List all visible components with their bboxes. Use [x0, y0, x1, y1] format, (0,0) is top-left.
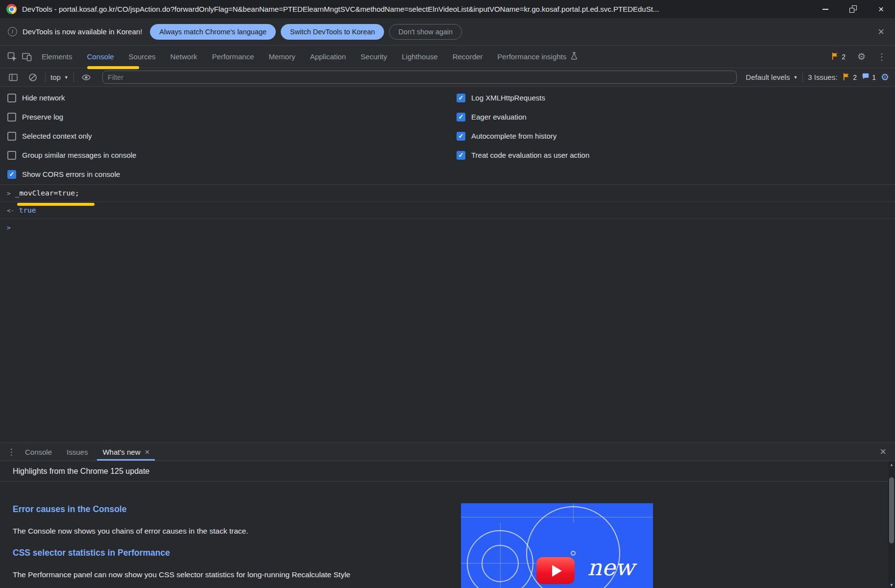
play-icon: [552, 565, 562, 577]
checkbox-selected-context-only[interactable]: ✓ Selected context only: [7, 126, 895, 146]
settings-gear-icon[interactable]: ⚙: [857, 52, 866, 61]
more-options-icon[interactable]: ⋮: [877, 52, 886, 61]
console-settings-panel: ✓ Hide network ✓ Preserve log ✓ Selected…: [0, 87, 895, 185]
prompt-chevron-icon: >: [7, 224, 11, 231]
tab-elements[interactable]: Elements: [34, 46, 80, 68]
tab-performance[interactable]: Performance: [205, 46, 262, 68]
main-tabbar: Elements Console Sources Network Perform…: [0, 46, 895, 68]
checkbox: ✓: [7, 113, 16, 122]
checkbox-log-xhr[interactable]: ✓ Log XMLHttpRequests: [457, 88, 589, 107]
issues-count-label: 3 Issues:: [808, 73, 837, 81]
tab-application[interactable]: Application: [303, 46, 353, 68]
devtools-window: DevTools - portal.kosaf.go.kr/CO/jspActi…: [0, 0, 895, 588]
error-badge[interactable]: 2: [831, 52, 846, 62]
restore-button[interactable]: [839, 0, 867, 18]
issue-flag-icon: [842, 73, 850, 82]
drawer-more-options-icon[interactable]: ⋮: [5, 447, 18, 457]
scroll-up-icon[interactable]: ▲: [888, 463, 895, 467]
section-heading[interactable]: CSS selector statistics in Performance: [13, 548, 434, 558]
tab-performance-insights[interactable]: Performance insights: [490, 46, 586, 68]
filter-input[interactable]: [102, 71, 737, 84]
close-button[interactable]: ×: [867, 0, 895, 18]
chevron-down-icon: ▼: [793, 75, 798, 80]
check-icon: ✓: [9, 171, 15, 177]
minimize-button[interactable]: [811, 0, 839, 18]
drawer-tab-issues[interactable]: Issues: [59, 443, 95, 461]
restore-icon: [849, 5, 857, 13]
checkbox-group-similar[interactable]: ✓ Group similar messages in console: [7, 146, 895, 165]
minimize-icon: [822, 9, 828, 10]
infobar-close-icon[interactable]: ×: [875, 26, 887, 37]
console-result: true: [19, 206, 36, 214]
tab-lighthouse[interactable]: Lighthouse: [394, 46, 445, 68]
checkbox: ✓: [7, 151, 16, 160]
checkbox: ✓: [457, 113, 465, 122]
section-body: The Console now shows you chains of erro…: [13, 527, 434, 536]
tab-network[interactable]: Network: [163, 46, 205, 68]
chevron-down-icon: ▼: [64, 75, 69, 80]
checkbox-eager-evaluation[interactable]: ✓ Eager evaluation: [457, 107, 589, 126]
checkbox-hide-network[interactable]: ✓ Hide network: [7, 88, 895, 107]
issue-flag-count: 2: [853, 74, 857, 81]
message-bubble-icon: [862, 73, 870, 82]
console-messages-area: > _movClear=true; <· true >: [0, 185, 895, 442]
issue-flag-icon: [831, 52, 839, 62]
tab-security[interactable]: Security: [353, 46, 394, 68]
check-icon: ✓: [459, 114, 464, 120]
drawer-tab-console[interactable]: Console: [18, 443, 59, 461]
drawer-scrollbar[interactable]: ▲ ▼: [888, 461, 895, 588]
inspect-element-icon[interactable]: [5, 49, 20, 64]
checkbox: ✓: [7, 170, 16, 179]
section-body: The Performance panel can now show you C…: [13, 570, 434, 579]
check-icon: ✓: [459, 152, 464, 158]
console-prompt-row[interactable]: >: [0, 219, 895, 236]
live-expression-eye-icon[interactable]: [79, 70, 94, 85]
toolbar-separator: [73, 73, 74, 82]
scrollbar-thumb[interactable]: [889, 477, 894, 543]
tab-console[interactable]: Console: [80, 46, 121, 68]
input-chevron-icon: >: [7, 190, 11, 197]
checkbox-preserve-log[interactable]: ✓ Preserve log: [7, 107, 895, 126]
drawer-tab-whats-new[interactable]: What's new ×: [95, 443, 157, 461]
clear-console-icon[interactable]: [25, 70, 40, 85]
switch-korean-button[interactable]: Switch DevTools to Korean: [281, 24, 384, 40]
titlebar: DevTools - portal.kosaf.go.kr/CO/jspActi…: [0, 0, 895, 18]
check-icon: ✓: [459, 95, 464, 101]
scroll-down-icon[interactable]: ▼: [888, 583, 895, 588]
checkbox-show-cors-errors[interactable]: ✓ Show CORS errors in console: [7, 165, 895, 184]
tab-recorder[interactable]: Recorder: [445, 46, 490, 68]
console-settings-gear-icon[interactable]: ⚙: [881, 73, 889, 82]
javascript-context-selector[interactable]: top ▼: [50, 73, 69, 81]
issues-flag-badge[interactable]: 2: [842, 73, 857, 82]
console-tab-highlight-marker: [87, 66, 139, 69]
toolbar-separator: [802, 73, 803, 82]
console-result-row[interactable]: <· true: [0, 202, 895, 219]
check-icon: ✓: [459, 133, 464, 139]
drawer-panel: ⋮ Console Issues What's new × × Highligh…: [0, 442, 895, 588]
tab-memory[interactable]: Memory: [262, 46, 303, 68]
console-command-row[interactable]: > _movClear=true;: [0, 185, 895, 202]
checkbox: ✓: [7, 132, 16, 141]
log-levels-dropdown[interactable]: Default levels ▼: [746, 73, 798, 81]
close-tab-icon[interactable]: ×: [145, 448, 149, 456]
blueprint-line: [500, 523, 501, 588]
checkbox: ✓: [457, 94, 465, 102]
drawer-close-icon[interactable]: ×: [876, 445, 890, 458]
section-heading[interactable]: Error causes in the Console: [13, 504, 434, 514]
result-arrow-icon: <·: [7, 207, 15, 214]
match-language-button[interactable]: Always match Chrome's language: [150, 24, 276, 40]
error-badge-count: 2: [842, 53, 846, 61]
issues-message-badge[interactable]: 1: [862, 73, 876, 82]
video-thumbnail[interactable]: new: [461, 503, 653, 588]
window-title: DevTools - portal.kosaf.go.kr/CO/jspActi…: [22, 5, 659, 13]
device-toolbar-icon[interactable]: [20, 49, 34, 64]
blueprint-circle: [571, 551, 576, 556]
checkbox-autocomplete-history[interactable]: ✓ Autocomplete from history: [457, 126, 589, 146]
youtube-play-button[interactable]: [536, 557, 575, 584]
dont-show-again-button[interactable]: Don't show again: [389, 24, 462, 40]
console-sidebar-icon[interactable]: [6, 70, 21, 85]
checkbox-treat-code-eval[interactable]: ✓ Treat code evaluation as user action: [457, 146, 589, 165]
checkbox: ✓: [457, 151, 465, 160]
tab-sources[interactable]: Sources: [121, 46, 163, 68]
checkbox: ✓: [457, 132, 465, 141]
